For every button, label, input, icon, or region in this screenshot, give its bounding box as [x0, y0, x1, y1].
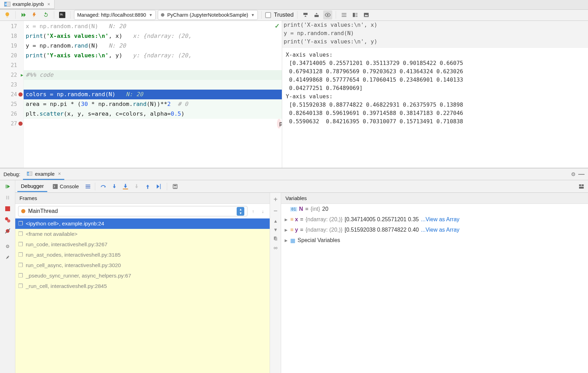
code-line[interactable]: x = np.random.rand(N) N: 20	[24, 22, 282, 31]
run-to-cursor-icon[interactable]	[154, 182, 163, 191]
step-into-icon[interactable]	[110, 182, 119, 191]
layout-icon[interactable]	[577, 182, 586, 191]
stepper-icon[interactable]: ▲▼	[237, 207, 244, 216]
gear-icon[interactable]: ⚙	[571, 171, 575, 177]
server-select[interactable]: Managed: http://localhost:8890 ▼	[74, 10, 156, 20]
file-tab-example[interactable]: example.ipynb ×	[0, 0, 55, 9]
settings-icon[interactable]: ⚙	[3, 242, 12, 250]
pause-icon[interactable]	[3, 193, 12, 202]
code-line[interactable]: plt.show()	[277, 119, 281, 129]
prev-frame-icon[interactable]: ↑	[249, 207, 257, 215]
cell-below-icon[interactable]	[301, 10, 310, 19]
server-label: Managed: http://localhost:8890	[77, 12, 146, 18]
svg-rect-6	[342, 15, 346, 16]
evaluate-icon[interactable]	[171, 182, 180, 191]
pin-icon[interactable]	[3, 253, 12, 262]
variables-list[interactable]: 01 N = {int} 20▶≡ x = {ndarray: (20,)} […	[281, 204, 588, 246]
code-line[interactable]: print('Y-axis values:\n', y) y: {ndarray…	[24, 51, 282, 60]
minimize-icon[interactable]: —	[578, 171, 585, 178]
code-line[interactable]: area = np.pi * (30 * np.random.rand(N))*…	[24, 99, 282, 109]
thread-select[interactable]: MainThread ▲▼	[18, 206, 247, 216]
int-badge-icon: 01	[290, 207, 297, 212]
add-watch-icon[interactable]: +	[273, 196, 278, 204]
remove-watch-icon[interactable]: −	[273, 207, 278, 215]
step-over-icon[interactable]	[99, 182, 108, 191]
up-icon[interactable]: ▲	[273, 218, 278, 224]
variable-row[interactable]: ▶▦ Special Variables	[281, 235, 588, 246]
stack-frame[interactable]: ❐_pseudo_sync_runner, async_helpers.py:6…	[15, 271, 270, 281]
stack-frame[interactable]: ❐<ipython cell>, example.ipynb:24	[15, 218, 270, 229]
svg-point-39	[176, 188, 177, 189]
variable-row[interactable]: ▶≡ y = {ndarray: (20,)} [0.51592038 0.88…	[281, 225, 588, 235]
watches-icon[interactable]: ∞	[273, 245, 277, 251]
stack-frame[interactable]: ❐run_ast_nodes, interactiveshell.py:3185	[15, 250, 270, 260]
svg-rect-22	[53, 184, 58, 189]
checkbox-icon[interactable]	[265, 12, 271, 18]
cell-above-icon[interactable]	[312, 10, 321, 19]
copy-icon[interactable]	[273, 236, 278, 241]
expand-icon[interactable]: ▶	[284, 217, 288, 222]
code-line[interactable]	[24, 60, 282, 70]
output-panel: print('X-axis values:\n', x) y = np.rand…	[282, 21, 588, 168]
stack-frame[interactable]: ❐run_cell_async, interactiveshell.py:302…	[15, 260, 270, 271]
stack-frame[interactable]: ❐<frame not available>	[15, 229, 270, 239]
down-icon[interactable]: ▼	[273, 227, 278, 232]
debug-session-tab[interactable]: example ×	[23, 168, 64, 180]
image-icon[interactable]	[362, 10, 371, 19]
stack-frame[interactable]: ❐_run_cell, interactiveshell.py:2845	[15, 281, 270, 291]
view-breakpoints-icon[interactable]	[3, 216, 12, 224]
datalore-icon[interactable]: DL	[58, 10, 67, 19]
close-icon[interactable]: ×	[47, 1, 50, 7]
debug-title: Debug:	[3, 171, 20, 177]
step-into-my-icon[interactable]	[121, 182, 130, 191]
flash-icon[interactable]	[30, 10, 39, 19]
split-icon[interactable]	[351, 10, 360, 19]
quickfix-bulb-icon[interactable]	[3, 10, 12, 19]
next-frame-icon[interactable]: ↓	[259, 207, 267, 215]
code-line[interactable]: plt.scatter(x, y, s=area, c=colors, alph…	[24, 109, 282, 119]
svg-rect-23	[85, 184, 90, 185]
code-line[interactable]: #%% code	[24, 70, 282, 80]
view-as-array-link[interactable]: ...View as Array	[421, 227, 459, 233]
close-icon[interactable]: ×	[58, 171, 61, 176]
frames-list[interactable]: ❐<ipython cell>, example.ipynb:24❐<frame…	[15, 218, 270, 373]
force-step-into-icon[interactable]	[132, 182, 141, 191]
code-body[interactable]: x = np.random.rand(N) N: 20print('X-axis…	[24, 21, 282, 168]
output-text: X-axis values: [0.34714005 0.25571201 0.…	[286, 51, 463, 125]
resume-icon[interactable]	[3, 182, 12, 191]
code-editor[interactable]: ✓ 171819202122▶2324252627 x = np.random.…	[0, 21, 282, 168]
file-tab-label: example.ipynb	[13, 1, 44, 7]
run-cell-icon[interactable]: ▶	[21, 73, 23, 77]
code-line[interactable]: y = np.random.rand(N) N: 20	[24, 41, 282, 51]
tab-console[interactable]: Console	[49, 181, 82, 191]
breakpoint-icon[interactable]	[18, 92, 23, 97]
svg-rect-2	[303, 13, 308, 15]
view-as-array-link[interactable]: ...View as Array	[421, 216, 459, 223]
restart-icon[interactable]	[41, 10, 50, 19]
code-line[interactable]: colors = np.random.rand(N) N: 20	[24, 90, 282, 99]
code-line[interactable]	[24, 80, 282, 90]
run-all-icon[interactable]	[19, 10, 28, 19]
trusted-toggle[interactable]: Trusted	[265, 11, 294, 18]
view-icon[interactable]	[323, 10, 332, 19]
frame-icon: ❐	[18, 283, 24, 289]
stop-icon[interactable]	[3, 205, 12, 213]
debug-header: Debug: example × ⚙ —	[0, 168, 588, 180]
variable-row[interactable]: 01 N = {int} 20	[281, 204, 588, 214]
svg-rect-25	[85, 188, 90, 188]
jupyter-toolbar: DL Managed: http://localhost:8890 ▼ PyCh…	[0, 10, 588, 20]
editor-tabs: example.ipynb ×	[0, 0, 588, 10]
step-out-icon[interactable]	[143, 182, 152, 191]
expand-icon[interactable]: ▶	[284, 228, 288, 232]
tab-debugger[interactable]: Debugger	[17, 181, 47, 192]
expand-icon[interactable]: ▶	[284, 238, 288, 243]
breakpoint-icon[interactable]	[18, 122, 23, 126]
list-icon[interactable]	[340, 10, 349, 19]
code-line[interactable]: print('X-axis values:\n', x) x: {ndarray…	[24, 31, 282, 41]
svg-point-4	[327, 14, 329, 16]
stack-frame[interactable]: ❐run_code, interactiveshell.py:3267	[15, 239, 270, 250]
threads-icon[interactable]	[84, 184, 91, 189]
kernel-select[interactable]: PyCharm (JupyterNotebookSample) ▼	[158, 10, 258, 20]
variable-row[interactable]: ▶≡ x = {ndarray: (20,)} [0.34714005 0.25…	[281, 214, 588, 225]
mute-breakpoints-icon[interactable]	[3, 227, 12, 235]
